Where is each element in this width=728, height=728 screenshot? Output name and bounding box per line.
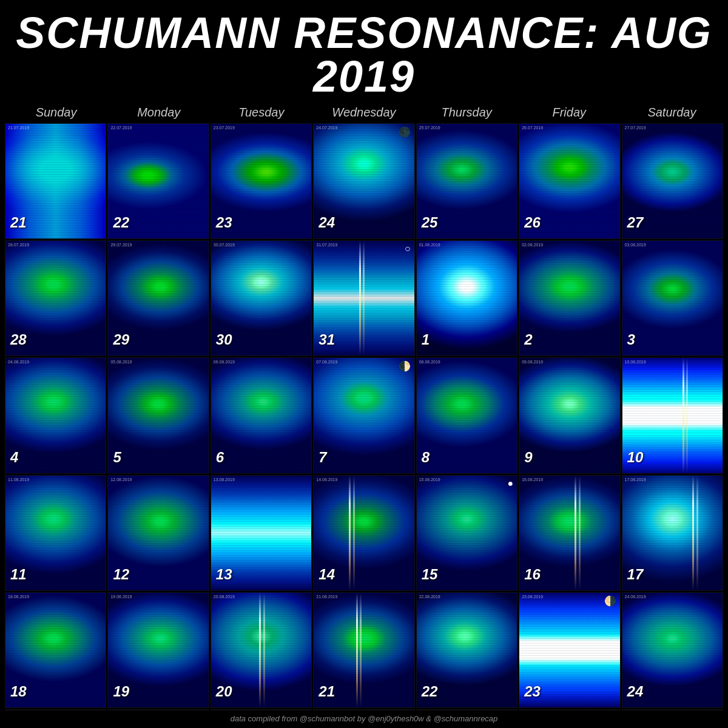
cell-date-number: 21 bbox=[318, 683, 335, 700]
cell-date-label: 24.07.2019 bbox=[316, 126, 337, 130]
bright-streak-secondary bbox=[360, 593, 362, 707]
cell-date-label: 30.07.2019 bbox=[214, 243, 235, 247]
cell-date-number: 30 bbox=[216, 331, 232, 348]
calendar-cell: 31.07.2019○31 bbox=[313, 240, 414, 356]
cell-date-number: 14 bbox=[318, 566, 335, 583]
calendar-cell: 31.08.201931 bbox=[622, 709, 723, 710]
cell-date-number: 13 bbox=[216, 566, 232, 583]
calendar-cell: 10.08.201910 bbox=[622, 357, 723, 473]
bright-streak bbox=[349, 476, 351, 590]
cell-date-label: 13.08.2019 bbox=[214, 477, 235, 482]
cell-date-number: 22 bbox=[422, 683, 438, 700]
calendar-cell: 04.08.20194 bbox=[5, 357, 106, 473]
calendar-cell: 11.08.201911 bbox=[5, 475, 106, 591]
day-header: Saturday bbox=[621, 103, 723, 122]
cell-date-label: 11.08.2019 bbox=[8, 477, 29, 482]
cell-date-label: 14.08.2019 bbox=[316, 477, 337, 482]
day-header: Sunday bbox=[5, 103, 107, 122]
cell-date-number: 4 bbox=[10, 449, 18, 466]
calendar-cell: 01.08.20191 bbox=[416, 240, 517, 356]
spectrogram-noise bbox=[5, 358, 106, 473]
cell-date-number: 5 bbox=[113, 449, 121, 466]
bright-streak bbox=[356, 593, 358, 707]
calendar-cell: 23.07.201923 bbox=[211, 123, 312, 239]
day-header: Monday bbox=[107, 103, 210, 122]
day-header: Tuesday bbox=[210, 103, 312, 122]
cell-date-number: 1 bbox=[422, 331, 430, 348]
cell-date-label: 01.08.2019 bbox=[419, 243, 440, 247]
calendar-cell: 12.08.201912 bbox=[107, 475, 209, 591]
moon-phase: ○ bbox=[405, 243, 411, 254]
cell-date-number: 17 bbox=[627, 566, 644, 583]
cell-date-label: 18.08.2019 bbox=[8, 595, 29, 599]
calendar-cell: 21.08.201921 bbox=[313, 592, 414, 708]
calendar-cell: 30.07.201930 bbox=[211, 240, 312, 356]
cell-date-label: 27.07.2019 bbox=[625, 126, 646, 130]
calendar-cell: 05.08.20195 bbox=[107, 357, 209, 473]
calendar-cell: 26.07.201926 bbox=[519, 123, 620, 239]
cell-date-label: 06.08.2019 bbox=[214, 360, 235, 364]
cell-date-number: 10 bbox=[627, 449, 644, 466]
bright-streak-secondary bbox=[263, 593, 265, 707]
cell-date-number: 7 bbox=[318, 449, 326, 466]
calendar-cell: 24.08.201924 bbox=[622, 592, 723, 708]
cell-date-label: 21.08.2019 bbox=[316, 595, 337, 599]
cell-date-label: 21.07.2019 bbox=[8, 126, 29, 130]
cell-date-number: 3 bbox=[627, 331, 635, 348]
bright-streak bbox=[259, 593, 261, 707]
cell-date-label: 28.07.2019 bbox=[8, 243, 29, 247]
cell-date-number: 21 bbox=[10, 214, 27, 231]
bright-streak-secondary bbox=[353, 476, 355, 590]
cell-date-number: 29 bbox=[113, 331, 129, 348]
cell-date-label: 12.08.2019 bbox=[110, 477, 132, 482]
cell-date-label: 29.07.2019 bbox=[110, 243, 132, 247]
calendar-cell: 20.08.201920 bbox=[211, 592, 312, 708]
calendar-cell: 09.08.20199 bbox=[519, 357, 620, 473]
cell-date-label: 23.08.2019 bbox=[522, 595, 543, 599]
spectrogram-noise bbox=[417, 358, 517, 473]
cell-date-label: 25.07.2019 bbox=[419, 126, 440, 130]
moon-phase: 🌓 bbox=[399, 360, 411, 372]
cell-date-label: 09.08.2019 bbox=[522, 360, 543, 364]
cell-date-number: 6 bbox=[216, 449, 224, 466]
cell-date-number: 18 bbox=[10, 683, 27, 700]
cell-date-number: 25 bbox=[422, 214, 438, 231]
spectrogram-noise bbox=[519, 358, 619, 473]
cell-date-label: 05.08.2019 bbox=[110, 360, 132, 364]
bright-streak-secondary bbox=[363, 241, 365, 356]
bright-streak bbox=[575, 476, 576, 590]
calendar-cell: 19.08.201919 bbox=[107, 592, 209, 708]
spectrogram-noise bbox=[622, 241, 723, 356]
calendar-cell: 27.07.201927 bbox=[622, 123, 723, 239]
calendar-cell: 06.08.20196 bbox=[211, 357, 312, 473]
cell-date-number: 23 bbox=[216, 214, 232, 231]
calendar-cell: 16.08.201916 bbox=[519, 475, 620, 591]
calendar-cell: 26.08.201926 bbox=[107, 709, 209, 710]
bright-streak bbox=[682, 358, 684, 473]
cell-date-label: 08.08.2019 bbox=[419, 360, 440, 364]
cell-date-number: 16 bbox=[524, 566, 541, 583]
cell-date-number: 12 bbox=[113, 566, 129, 583]
calendar-cell: 29.07.201929 bbox=[107, 240, 209, 356]
cell-date-label: 19.08.2019 bbox=[110, 595, 132, 599]
cell-date-number: 27 bbox=[627, 214, 644, 231]
calendar-cell: 25.08.201925 bbox=[5, 709, 106, 710]
spectrogram-noise bbox=[519, 241, 619, 356]
calendar-cell: 25.07.201925 bbox=[416, 123, 517, 239]
cell-date-number: 28 bbox=[10, 331, 27, 348]
moon-phase: 🌗 bbox=[604, 595, 616, 607]
calendar-cell: 18.08.201918 bbox=[5, 592, 106, 708]
calendar-cell: 24.07.2019🌑24 bbox=[313, 123, 414, 239]
cell-date-label: 17.08.2019 bbox=[625, 477, 646, 482]
cell-date-label: 24.08.2019 bbox=[625, 595, 646, 599]
cell-date-label: 20.08.2019 bbox=[214, 595, 235, 599]
bright-streak-secondary bbox=[696, 476, 698, 590]
calendar-cell: 02.08.20192 bbox=[519, 240, 620, 356]
day-header: Wednesday bbox=[312, 103, 415, 122]
cell-date-label: 22.07.2019 bbox=[110, 126, 132, 130]
calendar-cell: 13.08.201913 bbox=[211, 475, 312, 591]
cell-date-number: 19 bbox=[113, 683, 129, 700]
cell-date-number: 8 bbox=[422, 449, 430, 466]
moon-phase: ● bbox=[507, 478, 513, 489]
calendar-cell: 30.08.2019○30 bbox=[519, 709, 620, 710]
